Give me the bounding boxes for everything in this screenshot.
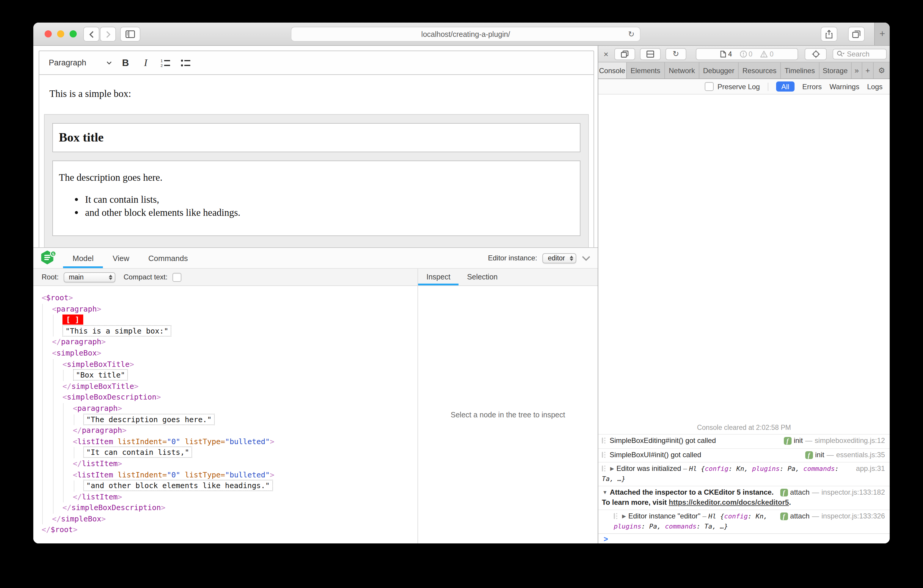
dock-side-button[interactable] [614,48,635,60]
tree-row[interactable]: "and other block elements like headings.… [33,480,417,491]
collapse-inspector-button[interactable] [581,255,591,261]
filter-all-button[interactable]: All [776,81,795,92]
disclosure-triangle-icon[interactable]: ▶ [610,465,614,471]
devtools-tab-elements[interactable]: Elements [627,62,665,79]
tree-row[interactable]: </listItem> [33,458,417,470]
tree-row[interactable]: <listItem listIndent="0" listType="bulle… [33,436,417,447]
devtools-tab-network[interactable]: Network [665,62,700,79]
bulleted-list-button[interactable] [176,54,196,71]
indent-guide [63,414,64,425]
source-location-link[interactable]: inspector.js:133:326 [821,512,885,521]
devtools-tab-storage[interactable]: Storage [819,62,852,79]
tree-row[interactable]: </$root> [33,525,417,536]
forward-button[interactable] [100,27,116,42]
traffic-light-close-button[interactable] [44,30,52,38]
window-content: Paragraph B I 1 2 [33,46,890,544]
devtools-tab-console[interactable]: Console [598,62,627,79]
reload-icon[interactable]: ↻ [628,30,635,39]
console-row[interactable]: app.js:31▶Editor was initialized – Hl {c… [598,462,890,486]
tab-selection[interactable]: Selection [459,269,506,286]
simple-box-title[interactable]: Box title [53,123,580,152]
reload-page-button[interactable]: ↻ [665,48,686,60]
intro-paragraph[interactable]: This is a simple box: [39,75,593,100]
source-location-link[interactable]: simpleboxediting.js:12 [815,436,885,446]
tab-overflow-button[interactable]: » [852,62,862,79]
tree-row[interactable]: <paragraph> [33,403,417,414]
tab-overview-button[interactable] [848,27,865,42]
share-button[interactable] [821,27,838,42]
tree-row[interactable]: "This is a simple box:" [33,326,417,337]
console-row[interactable]: finit—simpleboxediting.js:12SimpleBoxEdi… [598,434,890,448]
source-location-link[interactable]: inspector.js:133:182 [821,488,885,497]
tree-row[interactable]: [ ] [33,315,417,325]
address-bar[interactable]: localhost/creating-a-plugin/ ↻ [291,27,641,42]
console-row[interactable]: fattach—inspector.js:133:326▶Editor inst… [598,509,890,533]
devtools-tab-resources[interactable]: Resources [739,62,781,79]
tree-row[interactable]: <$root> [33,292,417,304]
console-link[interactable]: https://ckeditor.com/docs/ckeditor5 [669,498,789,506]
tab-inspect[interactable]: Inspect [418,269,459,286]
tree-row[interactable]: <listItem listIndent="0" listType="bulle… [33,470,417,480]
filter-logs-button[interactable]: Logs [867,82,882,91]
tree-row[interactable]: </paragraph> [33,337,417,348]
indent-guide [63,480,64,491]
tree-row[interactable]: "It can contain lists," [33,447,417,458]
indent-guide [53,414,53,425]
traffic-light-minimize-button[interactable] [57,30,64,38]
disclosure-triangle-icon[interactable]: ▼ [603,489,608,495]
search-input[interactable]: Search [833,48,887,59]
editor-instance-select[interactable]: editor [542,253,576,263]
root-select[interactable]: main [63,272,115,282]
new-tab-button[interactable]: + [874,23,890,45]
element-picker-button[interactable] [805,48,827,60]
settings-button[interactable]: ⚙ [874,62,890,79]
editor-content[interactable]: This is a simple box: Box title The desc… [39,75,593,248]
source-location-link[interactable]: app.js:31 [856,464,885,473]
console-row[interactable]: fattach—inspector.js:133:182▼Attached th… [598,486,890,509]
filter-errors-button[interactable]: Errors [802,82,821,91]
tree-row[interactable]: </paragraph> [33,425,417,436]
tree-row[interactable]: "Box title" [33,370,417,381]
tab-commands[interactable]: Commands [139,248,197,268]
chevron-down-icon [107,61,112,64]
resource-counts-button[interactable]: 4 0 [696,48,798,60]
close-devtools-button[interactable]: × [601,49,611,59]
tree-row[interactable]: <simpleBoxDescription> [33,392,417,403]
disclosure-triangle-icon[interactable]: ▶ [622,513,626,519]
bold-button[interactable]: B [115,54,136,71]
back-button[interactable] [83,27,99,42]
dock-bottom-button[interactable] [640,48,661,60]
tree-row[interactable]: </simpleBoxTitle> [33,381,417,392]
description-paragraph[interactable]: The description goes here. [59,172,574,184]
tab-model[interactable]: Model [63,248,103,268]
indent-guide [74,480,74,491]
simple-box-widget[interactable]: Box title The description goes here. It … [44,114,589,248]
tree-row[interactable]: <simpleBox> [33,348,417,359]
sidebar-toggle-button[interactable] [120,27,140,42]
list-item[interactable]: It can contain lists, [85,194,574,206]
numbered-list-button[interactable]: 1 2 [156,54,176,71]
list-item[interactable]: and other block elements like headings. [85,207,574,219]
tree-row[interactable]: </listItem> [33,491,417,503]
share-icon [826,30,833,39]
italic-button[interactable]: I [136,54,156,71]
source-location-link[interactable]: essentials.js:35 [836,450,885,460]
traffic-light-zoom-button[interactable] [70,30,77,38]
tree-row[interactable]: </simpleBoxDescription> [33,503,417,514]
console-row[interactable]: finit—essentials.js:35SimpleBoxUI#init()… [598,448,890,462]
compact-text-checkbox[interactable] [172,273,181,281]
add-tab-button[interactable]: + [862,62,874,79]
devtools-tab-timelines[interactable]: Timelines [781,62,819,79]
tree-row[interactable]: <simpleBoxTitle> [33,359,417,370]
tab-view[interactable]: View [103,248,139,268]
preserve-log-control[interactable]: Preserve Log [705,82,760,91]
tree-row[interactable]: <paragraph> [33,304,417,315]
console-prompt[interactable]: > [598,533,890,544]
tree-row[interactable]: </simpleBox> [33,514,417,525]
preserve-log-checkbox[interactable] [705,82,714,91]
heading-dropdown[interactable]: Paragraph [45,54,115,71]
devtools-tab-debugger[interactable]: Debugger [700,62,739,79]
simple-box-description[interactable]: The description goes here. It can contai… [53,161,580,236]
filter-warnings-button[interactable]: Warnings [829,82,859,91]
tree-row[interactable]: "The description goes here." [33,414,417,425]
